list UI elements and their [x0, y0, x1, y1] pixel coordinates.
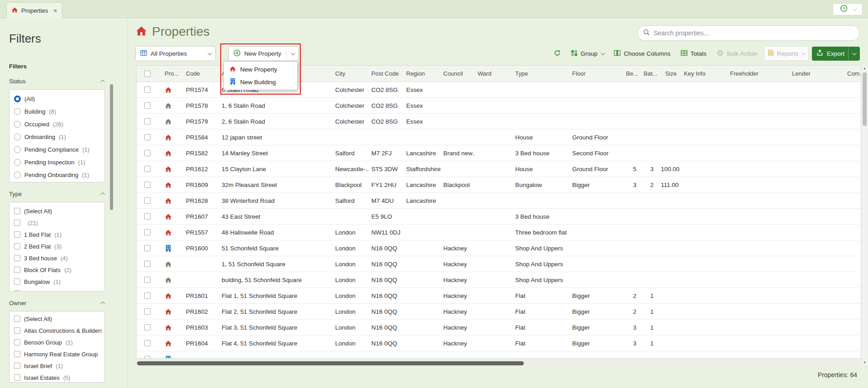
- column-header-com[interactable]: Com...: [844, 70, 861, 77]
- table-row[interactable]: PR158412 japan streetHouseGround Floor: [137, 129, 861, 145]
- type-option[interactable]: (21): [14, 217, 102, 229]
- checkbox[interactable]: [14, 220, 20, 226]
- table-row[interactable]: PR1603Flat 3, 51 Schonfeld SquareLondonN…: [137, 320, 861, 335]
- type-option[interactable]: Block Of Flats(2): [14, 264, 102, 276]
- column-header-code[interactable]: Code: [183, 70, 219, 77]
- vertical-scrollbar-thumb[interactable]: [863, 72, 867, 126]
- column-header-size[interactable]: Size: [658, 70, 681, 77]
- checkbox[interactable]: [14, 327, 20, 334]
- radio[interactable]: [14, 146, 21, 153]
- owner-option[interactable]: Benson Group(1): [14, 336, 102, 348]
- status-option[interactable]: Onboarding(1): [14, 130, 102, 143]
- checkbox[interactable]: [14, 255, 20, 261]
- column-header-council[interactable]: Council: [441, 70, 475, 77]
- owner-option[interactable]: (Select All): [14, 313, 102, 325]
- checkbox[interactable]: [14, 278, 20, 285]
- radio[interactable]: [14, 172, 21, 178]
- column-header-post_code[interactable]: Post Code: [369, 70, 403, 77]
- row-checkbox[interactable]: [144, 102, 151, 109]
- menu-item-new-building[interactable]: New Building: [224, 76, 297, 88]
- row-checkbox[interactable]: [144, 166, 151, 172]
- select-all-checkbox[interactable]: [144, 71, 151, 77]
- type-option[interactable]: 2 Bed Flat(3): [14, 240, 102, 252]
- table-row[interactable]: PR155748 Hallswelle RoadLondonNW11 0DJTh…: [137, 225, 861, 240]
- checkbox[interactable]: [14, 339, 20, 345]
- column-header-icon[interactable]: Pro...: [158, 70, 183, 77]
- row-checkbox[interactable]: [144, 292, 151, 299]
- table-row[interactable]: PR15792, 6 Stalin RoadColchesterCO2 8SGE…: [137, 114, 861, 129]
- radio[interactable]: [14, 121, 21, 128]
- checkbox[interactable]: [14, 243, 20, 249]
- row-checkbox[interactable]: [144, 356, 151, 359]
- refresh-button[interactable]: [550, 47, 564, 61]
- row-checkbox[interactable]: [144, 308, 151, 315]
- status-option[interactable]: Occupied(26): [14, 118, 102, 130]
- type-option[interactable]: Bungalow(1): [14, 276, 102, 287]
- checkbox[interactable]: [14, 316, 20, 322]
- radio[interactable]: [14, 108, 21, 115]
- table-row[interactable]: PR1601Flat 1, 51 Schonfeld SquareLondonN…: [137, 288, 861, 304]
- checkbox[interactable]: [14, 351, 20, 357]
- sidebar-scrollbar-thumb[interactable]: [110, 84, 113, 210]
- table-row[interactable]: PR1604Flat 4, 51 Schonfeld SquareLondonN…: [137, 335, 861, 351]
- row-checkbox[interactable]: [144, 229, 151, 235]
- horizontal-scrollbar-thumb[interactable]: [137, 361, 524, 365]
- table-row[interactable]: PR161215 Clayton LaneNewcastle-...ST5 3D…: [137, 161, 861, 177]
- checkbox[interactable]: [14, 267, 20, 273]
- owner-option[interactable]: Israel Brief(1): [14, 360, 102, 372]
- status-option[interactable]: Pending Compliance(1): [14, 143, 102, 156]
- view-filter-select[interactable]: All Properties: [135, 46, 216, 61]
- table-row[interactable]: PR15781, 6 Stalin RoadColchesterCO2 8SGE…: [137, 98, 861, 114]
- row-checkbox[interactable]: [144, 340, 151, 346]
- table-row[interactable]: PR162838 Winterford RoadSalfordM7 4DULan…: [137, 193, 861, 209]
- type-option[interactable]: 1 Bed Flat(1): [14, 229, 102, 240]
- scroll-down-arrow-icon[interactable]: ▼: [862, 359, 868, 366]
- row-checkbox[interactable]: [144, 277, 151, 283]
- status-option[interactable]: (All): [14, 92, 102, 105]
- status-option[interactable]: Pending Inspection(1): [14, 156, 102, 168]
- checkbox[interactable]: [14, 290, 20, 292]
- checkbox[interactable]: [14, 363, 20, 369]
- owner-option[interactable]: Israel Estates(5): [14, 372, 102, 383]
- table-row[interactable]: PR158214 Manley StreetSalfordM7 2FJLanca…: [137, 145, 861, 161]
- column-header-key_info[interactable]: Key Info: [681, 70, 727, 77]
- row-checkbox[interactable]: [144, 213, 151, 220]
- column-header-baths[interactable]: Bat...: [641, 70, 658, 77]
- row-checkbox[interactable]: [144, 150, 151, 156]
- group-button[interactable]: Group: [568, 47, 607, 60]
- search-input[interactable]: [654, 29, 854, 37]
- owner-option[interactable]: Harmony Real Estate Group(13): [14, 348, 102, 360]
- table-row[interactable]: PR160932m Pleasant StreetBlackpoolFY1 2H…: [137, 177, 861, 193]
- status-option[interactable]: Building(8): [14, 105, 102, 118]
- column-header-type[interactable]: Type: [512, 70, 569, 77]
- table-row[interactable]: PR160051 Schonfeld SquareLondonN16 0QQHa…: [137, 240, 861, 256]
- checkbox[interactable]: [14, 231, 20, 238]
- new-property-button[interactable]: New Property: [228, 46, 299, 61]
- row-checkbox[interactable]: [144, 118, 151, 125]
- type-option[interactable]: Flat(20): [14, 287, 102, 292]
- column-header-region[interactable]: Region: [403, 70, 441, 77]
- export-button[interactable]: Export: [812, 47, 860, 61]
- column-header-floor[interactable]: Floor: [569, 70, 623, 77]
- status-option[interactable]: Pending Onboarding(1): [14, 168, 102, 181]
- choose-columns-button[interactable]: Choose Columns: [611, 47, 674, 60]
- vertical-scrollbar[interactable]: ▲ ▼: [862, 65, 868, 366]
- column-header-lender[interactable]: Lender: [789, 70, 844, 77]
- checkbox[interactable]: [14, 208, 20, 214]
- row-checkbox[interactable]: [144, 134, 151, 140]
- tab-properties[interactable]: Properties ✕: [6, 2, 62, 19]
- column-header-city[interactable]: City: [332, 70, 369, 77]
- chevron-down-icon[interactable]: [852, 6, 857, 11]
- close-icon[interactable]: ✕: [53, 8, 57, 14]
- new-property-menu-toggle[interactable]: [286, 52, 298, 55]
- radio[interactable]: [14, 134, 21, 140]
- row-checkbox[interactable]: [144, 261, 151, 267]
- type-option[interactable]: (Select All): [14, 205, 102, 217]
- row-checkbox[interactable]: [144, 86, 151, 93]
- type-option[interactable]: 3 Bed house(4): [14, 252, 102, 264]
- type-section-header[interactable]: Type: [9, 191, 105, 197]
- column-header-beds[interactable]: Be...: [623, 70, 641, 77]
- history-control[interactable]: [833, 3, 863, 15]
- column-header-ward[interactable]: Ward: [475, 70, 512, 77]
- totals-button[interactable]: Totals: [678, 47, 710, 60]
